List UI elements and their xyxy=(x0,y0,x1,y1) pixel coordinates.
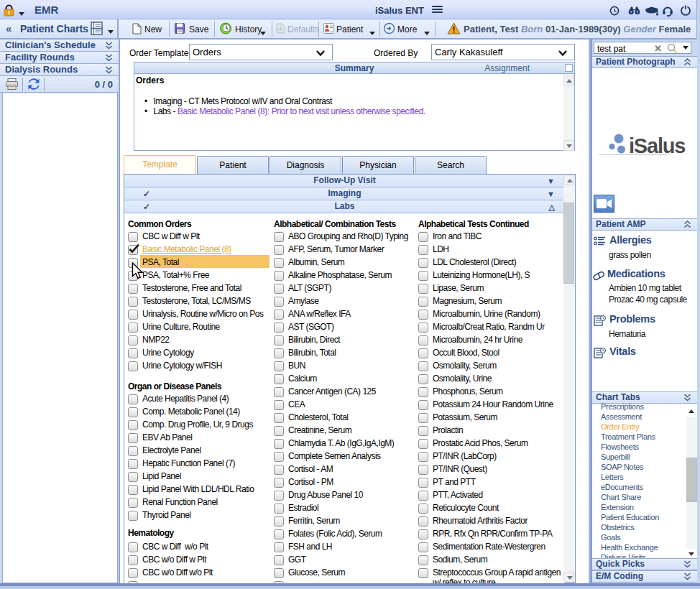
svg-text:iSalus: iSalus xyxy=(629,134,685,157)
